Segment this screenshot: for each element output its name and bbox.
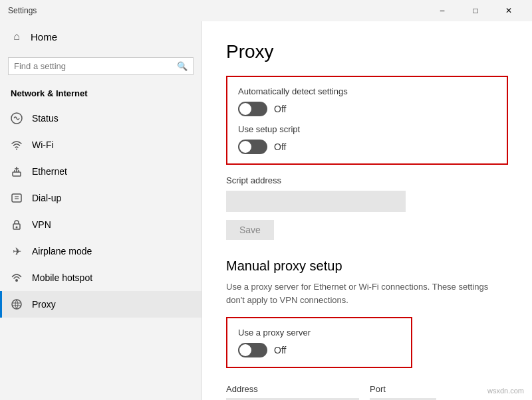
script-address-label: Script address [226, 175, 508, 185]
hotspot-icon [11, 272, 23, 284]
script-address-field[interactable] [226, 191, 406, 212]
ethernet-label: Ethernet [32, 166, 67, 177]
minimize-button[interactable]: – [427, 1, 458, 20]
svg-point-13 [15, 279, 18, 282]
wifi-label: Wi-Fi [32, 140, 54, 150]
save-button[interactable]: Save [226, 220, 274, 240]
app-title: Settings [8, 6, 427, 15]
proxy-toggle[interactable] [238, 343, 267, 357]
home-nav-item[interactable]: ⌂ Home [0, 21, 201, 52]
maximize-button[interactable]: □ [460, 1, 491, 20]
proxy-toggle-row: Off [238, 343, 400, 357]
hotspot-label: Mobile hotspot [32, 272, 92, 283]
detect-toggle[interactable] [238, 102, 267, 116]
search-icon: 🔍 [177, 61, 188, 71]
sidebar-item-vpn[interactable]: VPN [0, 211, 201, 238]
window-controls: – □ ✕ [427, 1, 524, 20]
proxy-server-section: Use a proxy server Off [226, 317, 412, 368]
detect-toggle-label: Off [274, 104, 286, 114]
main-content: Proxy Automatically detect settings Off … [202, 21, 532, 400]
manual-section-title: Manual proxy setup [226, 258, 508, 274]
svg-point-12 [16, 227, 18, 229]
address-group: Address [226, 384, 359, 400]
setup-script-label: Use setup script [238, 124, 496, 134]
dialup-icon [11, 192, 23, 204]
sidebar-item-ethernet[interactable]: Ethernet [0, 158, 201, 185]
manual-description: Use a proxy server for Ethernet or Wi-Fi… [226, 280, 508, 306]
status-icon [11, 112, 23, 124]
sidebar-item-dialup[interactable]: Dial-up [0, 185, 201, 211]
port-label: Port [370, 384, 436, 394]
svg-rect-2 [13, 172, 21, 176]
address-port-row: Address Port [226, 384, 508, 400]
script-toggle-label: Off [274, 142, 286, 152]
dialup-label: Dial-up [32, 193, 61, 203]
svg-rect-8 [12, 194, 21, 202]
search-input[interactable] [14, 61, 177, 71]
home-label: Home [31, 31, 57, 43]
script-toggle[interactable] [238, 140, 267, 154]
page-title: Proxy [226, 41, 508, 62]
ethernet-icon [11, 165, 23, 177]
proxy-icon [11, 298, 23, 310]
detect-settings-label: Automatically detect settings [238, 86, 496, 96]
use-proxy-label: Use a proxy server [238, 328, 400, 338]
home-icon: ⌂ [11, 31, 23, 43]
script-toggle-row: Off [238, 140, 496, 154]
vpn-label: VPN [32, 219, 51, 230]
sidebar-item-status[interactable]: Status [0, 105, 201, 132]
close-button[interactable]: ✕ [493, 1, 524, 20]
svg-point-1 [16, 149, 17, 150]
sidebar-section-title: Network & Internet [0, 83, 201, 105]
sidebar: ⌂ Home 🔍 Network & Internet Status Wi-Fi… [0, 21, 202, 400]
sidebar-item-proxy[interactable]: Proxy [0, 291, 201, 318]
svg-point-14 [12, 300, 21, 309]
app-body: ⌂ Home 🔍 Network & Internet Status Wi-Fi… [0, 21, 532, 400]
airplane-icon: ✈ [11, 245, 23, 257]
airplane-label: Airplane mode [32, 246, 92, 256]
address-label: Address [226, 384, 359, 394]
vpn-icon [11, 219, 23, 231]
automatic-proxy-section: Automatically detect settings Off Use se… [226, 76, 508, 165]
search-box: 🔍 [8, 57, 194, 75]
sidebar-item-airplane[interactable]: ✈ Airplane mode [0, 238, 201, 264]
proxy-toggle-label: Off [274, 345, 286, 355]
wifi-icon [11, 139, 23, 151]
sidebar-item-wifi[interactable]: Wi-Fi [0, 132, 201, 158]
title-bar: Settings – □ ✕ [0, 0, 532, 21]
port-group: Port [370, 384, 436, 400]
detect-toggle-row: Off [238, 102, 496, 116]
status-label: Status [32, 113, 59, 124]
watermark: wsxdn.com [487, 387, 524, 395]
proxy-label: Proxy [32, 299, 56, 310]
sidebar-item-hotspot[interactable]: Mobile hotspot [0, 264, 201, 291]
